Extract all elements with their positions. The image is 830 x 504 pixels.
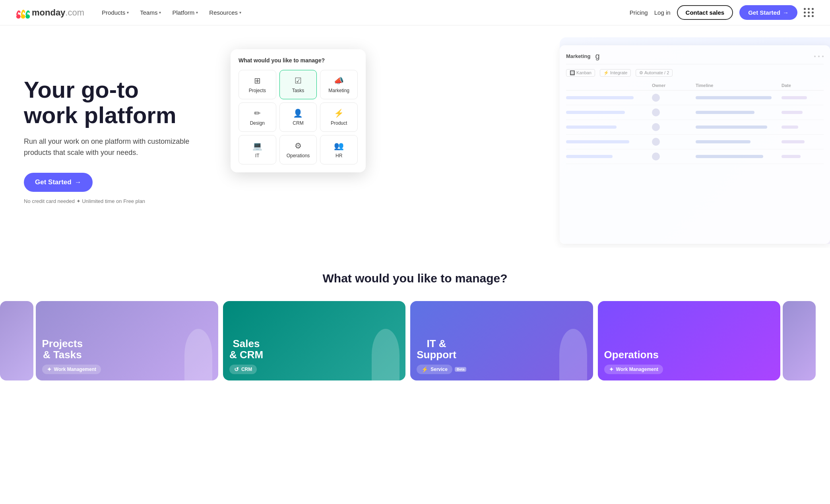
it-icon: 💻: [252, 141, 262, 151]
crm-label: CRM: [293, 120, 303, 126]
marketing-label: Marketing: [328, 88, 349, 93]
design-icon: ✏: [254, 108, 261, 118]
screenshot-toolbar: 🔲 Kanban ⚡ Integrate ⚙ Automate / 2: [566, 69, 824, 77]
avatar: [652, 153, 660, 160]
category-card-it-support[interactable]: IT &Support ⚡ Service Beta: [410, 301, 593, 380]
nav-links: Products ▾ Teams ▾ Platform ▾ Resources …: [97, 6, 246, 19]
design-label: Design: [250, 120, 265, 126]
work-mgmt-icon: ✦: [47, 366, 52, 373]
chevron-down-icon: ▾: [159, 10, 161, 15]
screenshot-title: Marketing: [566, 53, 590, 59]
projects-badge: ✦ Work Management: [42, 365, 101, 374]
manage-section-title: What would you like to manage?: [16, 272, 814, 285]
logo-text: monday.com: [32, 8, 84, 18]
manage-grid: ⊞ Projects ☑ Tasks 📣 Marketing ✏ Design …: [239, 70, 358, 164]
projects-label: Projects: [249, 88, 266, 93]
arrow-icon: →: [75, 178, 81, 186]
get-started-hero-button[interactable]: Get Started →: [24, 173, 93, 192]
integrate-tab[interactable]: ⚡ Integrate: [600, 69, 631, 77]
manage-card: What would you like to manage? ⊞ Project…: [231, 49, 366, 172]
avatar: [652, 108, 660, 116]
crm-badge: ↺ CRM: [229, 365, 257, 374]
it-label: IT: [255, 153, 260, 158]
avatar: [652, 138, 660, 146]
get-started-nav-button[interactable]: Get Started →: [739, 5, 797, 20]
avatar: [652, 94, 660, 102]
beta-badge: Beta: [455, 367, 467, 372]
manage-item-hr[interactable]: 👥 HR: [320, 135, 358, 164]
hero-section: Your go-to work platform Run all your wo…: [0, 25, 830, 248]
table-row: [566, 135, 824, 149]
hero-content: Your go-to work platform Run all your wo…: [24, 77, 215, 204]
category-card-partial-right[interactable]: [783, 301, 816, 380]
table-row: [566, 91, 824, 105]
nav-link-resources[interactable]: Resources ▾: [204, 6, 246, 19]
service-badge: ⚡ Service: [417, 365, 452, 374]
navbar: monday.com Products ▾ Teams ▾ Platform ▾…: [0, 0, 830, 25]
operations-icon: ⚙: [295, 141, 302, 151]
screenshot-table: Owner Timeline Date: [566, 81, 824, 164]
manage-item-projects[interactable]: ⊞ Projects: [239, 70, 276, 99]
automate-tab[interactable]: ⚙ Automate / 2: [636, 69, 673, 77]
chevron-down-icon: ▾: [239, 10, 241, 15]
product-label: Product: [331, 120, 347, 126]
manage-item-product[interactable]: ⚡ Product: [320, 102, 358, 132]
crm-badge-icon: ↺: [234, 366, 239, 373]
table-header: Owner Timeline Date: [566, 81, 824, 91]
logo[interactable]: monday.com: [16, 6, 84, 19]
screenshot-inner: Marketing g 🔲 Kanban ⚡ Integrate ⚙ Autom…: [560, 45, 830, 244]
avatar: [652, 123, 660, 131]
table-row: [566, 105, 824, 120]
operations-badge: ✦ Work Management: [604, 365, 663, 374]
pricing-link[interactable]: Pricing: [630, 9, 648, 16]
category-card-sales-crm[interactable]: Sales& CRM ↺ CRM: [223, 301, 405, 380]
hero-subtitle: Run all your work on one platform with c…: [24, 136, 191, 159]
screenshot-header: Marketing g: [566, 52, 824, 64]
chevron-down-icon: ▾: [127, 10, 129, 15]
nav-left: monday.com Products ▾ Teams ▾ Platform ▾…: [16, 6, 246, 19]
nav-right: Pricing Log in Contact sales Get Started…: [630, 5, 814, 20]
manage-item-crm[interactable]: 👤 CRM: [279, 102, 317, 132]
ops-badge-icon: ✦: [609, 366, 614, 373]
kanban-tab[interactable]: 🔲 Kanban: [566, 69, 595, 77]
category-card-operations[interactable]: Operations ✦ Work Management: [598, 301, 780, 380]
hr-icon: 👥: [334, 141, 344, 151]
manage-item-design[interactable]: ✏ Design: [239, 102, 276, 132]
apps-grid-button[interactable]: [804, 8, 814, 17]
product-icon: ⚡: [334, 108, 344, 118]
nav-link-teams[interactable]: Teams ▾: [135, 6, 166, 19]
marketing-icon: 📣: [334, 76, 344, 85]
manage-section: What would you like to manage? Projects&…: [0, 248, 830, 404]
category-cards-row: Projects& Tasks ✦ Work Management Sales&…: [0, 301, 830, 380]
table-row: [566, 149, 824, 164]
projects-icon: ⊞: [254, 76, 261, 85]
table-row: [566, 120, 824, 135]
hr-label: HR: [335, 153, 342, 158]
service-icon: ⚡: [421, 366, 428, 373]
crm-icon: 👤: [293, 108, 303, 118]
manage-item-operations[interactable]: ⚙ Operations: [279, 135, 317, 164]
hero-note: No credit card needed ✦ Unlimited time o…: [24, 198, 215, 204]
hero-title: Your go-to work platform: [24, 77, 215, 128]
nav-link-products[interactable]: Products ▾: [97, 6, 134, 19]
manage-item-it[interactable]: 💻 IT: [239, 135, 276, 164]
category-card-projects-tasks[interactable]: Projects& Tasks ✦ Work Management: [36, 301, 218, 380]
manage-item-marketing[interactable]: 📣 Marketing: [320, 70, 358, 99]
tasks-label: Tasks: [292, 88, 304, 93]
category-card-partial-left[interactable]: [0, 301, 33, 380]
hero-visual: Marketing g 🔲 Kanban ⚡ Integrate ⚙ Autom…: [215, 41, 814, 240]
login-link[interactable]: Log in: [654, 9, 671, 16]
screenshot-dots: [814, 56, 824, 57]
manage-item-tasks[interactable]: ☑ Tasks: [279, 70, 317, 99]
contact-sales-button[interactable]: Contact sales: [677, 5, 733, 20]
tasks-icon: ☑: [295, 76, 302, 85]
arrow-icon: →: [783, 9, 789, 16]
manage-card-title: What would you like to manage?: [239, 57, 358, 64]
operations-label: Operations: [287, 153, 310, 158]
nav-link-platform[interactable]: Platform ▾: [167, 6, 203, 19]
chevron-down-icon: ▾: [196, 10, 198, 15]
